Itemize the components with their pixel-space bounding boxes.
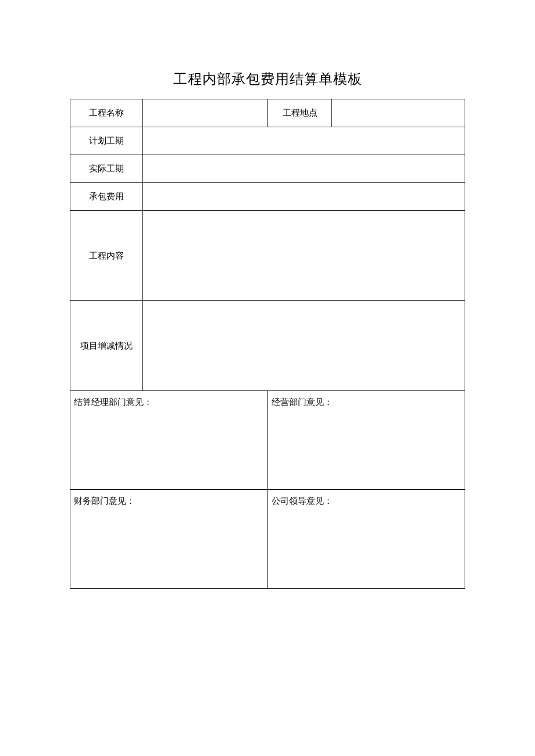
table-row: 承包费用 bbox=[70, 183, 465, 211]
contract-fee-label: 承包费用 bbox=[70, 183, 143, 211]
contract-fee-value[interactable] bbox=[143, 183, 465, 211]
table-row: 工程名称 工程地点 bbox=[70, 99, 465, 127]
project-location-label: 工程地点 bbox=[268, 99, 332, 127]
page-title: 工程内部承包费用结算单模板 bbox=[70, 70, 465, 88]
settlement-form-table: 工程名称 工程地点 计划工期 实际工期 承包费用 工程内容 项目增减情况 结算经… bbox=[70, 99, 465, 589]
planned-duration-label: 计划工期 bbox=[70, 127, 143, 155]
project-location-value[interactable] bbox=[332, 99, 465, 127]
project-content-label: 工程内容 bbox=[70, 211, 143, 301]
project-change-value[interactable] bbox=[143, 301, 465, 391]
actual-duration-label: 实际工期 bbox=[70, 155, 143, 183]
finance-opinion[interactable]: 财务部门意见： bbox=[70, 490, 268, 589]
project-content-value[interactable] bbox=[143, 211, 465, 301]
table-row: 财务部门意见： 公司领导意见： bbox=[70, 490, 465, 589]
table-row: 计划工期 bbox=[70, 127, 465, 155]
project-name-label: 工程名称 bbox=[70, 99, 143, 127]
company-leader-opinion[interactable]: 公司领导意见： bbox=[268, 490, 465, 589]
project-change-label: 项目增减情况 bbox=[70, 301, 143, 391]
project-name-value[interactable] bbox=[143, 99, 268, 127]
table-row: 项目增减情况 bbox=[70, 301, 465, 391]
table-row: 工程内容 bbox=[70, 211, 465, 301]
operations-opinion[interactable]: 经营部门意见： bbox=[268, 391, 465, 490]
table-row: 结算经理部门意见： 经营部门意见： bbox=[70, 391, 465, 490]
actual-duration-value[interactable] bbox=[143, 155, 465, 183]
settlement-manager-opinion[interactable]: 结算经理部门意见： bbox=[70, 391, 268, 490]
planned-duration-value[interactable] bbox=[143, 127, 465, 155]
table-row: 实际工期 bbox=[70, 155, 465, 183]
